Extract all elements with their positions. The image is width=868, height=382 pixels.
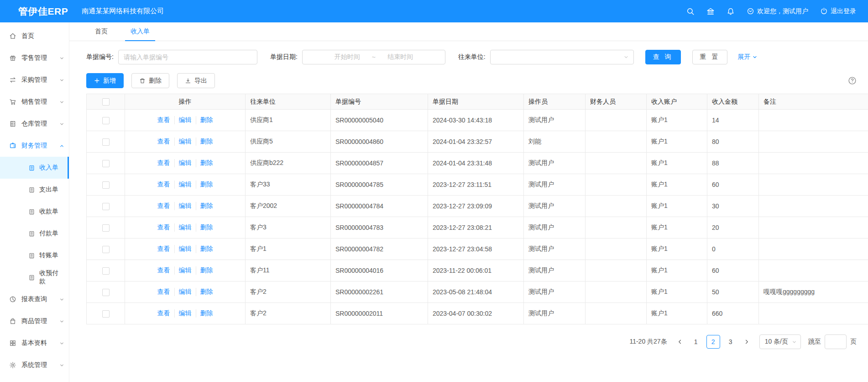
export-button[interactable]: 导出 — [177, 73, 215, 88]
cell-remark — [759, 260, 868, 281]
edit-link[interactable]: 编辑 — [174, 180, 196, 189]
view-link[interactable]: 查看 — [153, 245, 174, 253]
edit-link[interactable]: 编辑 — [174, 138, 196, 146]
cell-finance — [586, 196, 647, 217]
user-welcome[interactable]: 欢迎您，测试用户 — [747, 7, 808, 16]
page-button-3[interactable]: 3 — [724, 335, 737, 349]
row-checkbox[interactable] — [102, 310, 110, 318]
search-icon[interactable] — [686, 7, 695, 16]
row-checkbox[interactable] — [102, 203, 110, 210]
delete-link[interactable]: 删除 — [196, 159, 217, 167]
sidebar-item-advance-payment[interactable]: 收预付款 — [0, 266, 69, 288]
sidebar-item-receipt-bill[interactable]: 收款单 — [0, 201, 69, 223]
view-link[interactable]: 查看 — [153, 266, 174, 275]
sidebar-item-expense-bill[interactable]: 支出单 — [0, 179, 69, 201]
bank-icon[interactable] — [706, 7, 715, 16]
edit-link[interactable]: 编辑 — [174, 309, 196, 318]
page-button-2-current[interactable]: 2 — [706, 335, 720, 349]
view-link[interactable]: 查看 — [153, 223, 174, 232]
tab-income-bill[interactable]: 收入单 — [123, 22, 157, 41]
page-button-1[interactable]: 1 — [689, 335, 703, 349]
partner-select[interactable] — [490, 50, 634, 64]
view-link[interactable]: 查看 — [153, 288, 174, 296]
page-size-select[interactable]: 10 条/页 — [759, 334, 801, 349]
view-link[interactable]: 查看 — [153, 138, 174, 146]
delete-link[interactable]: 删除 — [196, 202, 217, 210]
row-checkbox[interactable] — [102, 181, 110, 189]
row-checkbox[interactable] — [102, 267, 110, 275]
view-link[interactable]: 查看 — [153, 159, 174, 167]
edit-link[interactable]: 编辑 — [174, 159, 196, 167]
delete-link[interactable]: 删除 — [196, 138, 217, 146]
sidebar-item-transfer-bill[interactable]: 转账单 — [0, 244, 69, 266]
sidebar-item-home[interactable]: 首页 — [0, 25, 69, 47]
reset-button[interactable]: 重 置 — [692, 50, 728, 64]
select-all-checkbox[interactable] — [102, 98, 110, 106]
sidebar-item-payment-bill[interactable]: 付款单 — [0, 223, 69, 244]
logout-button[interactable]: 退出登录 — [820, 7, 856, 16]
row-checkbox[interactable] — [102, 246, 110, 253]
sidebar-item-retail[interactable]: 零售管理 — [0, 47, 69, 69]
cell-operator: 测试用户 — [524, 110, 586, 131]
col-bill-no: 单据编号 — [331, 94, 428, 110]
row-checkbox[interactable] — [102, 138, 110, 146]
sidebar-item-warehouse[interactable]: 仓库管理 — [0, 113, 69, 135]
add-button[interactable]: 新增 — [86, 73, 124, 88]
cell-amount: 14 — [707, 110, 759, 131]
pie-chart-icon — [9, 296, 16, 303]
row-checkbox[interactable] — [102, 160, 110, 167]
row-checkbox[interactable] — [102, 224, 110, 232]
delete-link[interactable]: 删除 — [196, 180, 217, 189]
sidebar-item-finance[interactable]: 财务管理 — [0, 135, 69, 157]
sidebar-item-label: 商品管理 — [21, 317, 47, 325]
sidebar-item-basic-data[interactable]: 基本资料 — [0, 332, 69, 354]
cell-amount: 660 — [707, 303, 759, 324]
delete-link[interactable]: 删除 — [196, 288, 217, 296]
sidebar-item-system[interactable]: 系统管理 — [0, 354, 69, 376]
date-range-picker[interactable]: 开始时间 ~ 结束时间 — [302, 50, 445, 64]
edit-link[interactable]: 编辑 — [174, 266, 196, 275]
delete-link[interactable]: 删除 — [196, 309, 217, 318]
edit-link[interactable]: 编辑 — [174, 288, 196, 296]
delete-link[interactable]: 删除 — [196, 223, 217, 232]
main-content: 首页 收入单 单据编号: 单据日期: 开始时间 ~ 结束时间 往来单位: 查 询… — [69, 22, 868, 382]
delete-link[interactable]: 删除 — [196, 266, 217, 275]
view-link[interactable]: 查看 — [153, 116, 174, 124]
view-link[interactable]: 查看 — [153, 309, 174, 318]
sidebar-item-purchase[interactable]: 采购管理 — [0, 69, 69, 91]
tab-home[interactable]: 首页 — [88, 22, 115, 41]
wallet-icon — [9, 142, 16, 149]
cell-bill-no: SR00000004785 — [331, 174, 428, 196]
view-link[interactable]: 查看 — [153, 202, 174, 210]
row-checkbox[interactable] — [102, 289, 110, 296]
col-partner: 往来单位 — [246, 94, 331, 110]
cell-partner: 客户2002 — [246, 196, 331, 217]
sidebar-item-label: 报表查询 — [21, 295, 47, 303]
edit-link[interactable]: 编辑 — [174, 116, 196, 124]
edit-link[interactable]: 编辑 — [174, 202, 196, 210]
cell-account: 账户1 — [647, 131, 707, 153]
table-row: 查看 编辑 删除 供应商5 SR00000004860 2024-01-04 2… — [87, 131, 868, 153]
cell-bill-date: 2023-12-27 23:08:21 — [428, 217, 524, 239]
bell-icon[interactable] — [727, 7, 735, 16]
bill-no-input[interactable] — [118, 50, 257, 64]
search-button[interactable]: 查 询 — [645, 50, 681, 64]
sidebar-item-goods[interactable]: 商品管理 — [0, 310, 69, 332]
help-icon[interactable] — [848, 76, 857, 85]
jump-page-input[interactable] — [825, 334, 847, 349]
row-checkbox[interactable] — [102, 117, 110, 124]
edit-link[interactable]: 编辑 — [174, 245, 196, 253]
delete-link[interactable]: 删除 — [196, 245, 217, 253]
sidebar-item-reports[interactable]: 报表查询 — [0, 288, 69, 310]
delete-button[interactable]: 删除 — [131, 73, 169, 88]
expand-link[interactable]: 展开 — [737, 53, 758, 61]
delete-link[interactable]: 删除 — [196, 116, 217, 124]
sidebar-item-sales[interactable]: 销售管理 — [0, 91, 69, 113]
table-row: 查看 编辑 删除 客户3 SR00000004783 2023-12-27 23… — [87, 217, 868, 239]
sidebar-item-income-bill[interactable]: 收入单 — [0, 157, 69, 179]
logout-text: 退出登录 — [831, 7, 856, 16]
edit-link[interactable]: 编辑 — [174, 223, 196, 232]
view-link[interactable]: 查看 — [153, 180, 174, 189]
prev-page-button[interactable] — [675, 334, 685, 349]
next-page-button[interactable] — [741, 334, 752, 349]
